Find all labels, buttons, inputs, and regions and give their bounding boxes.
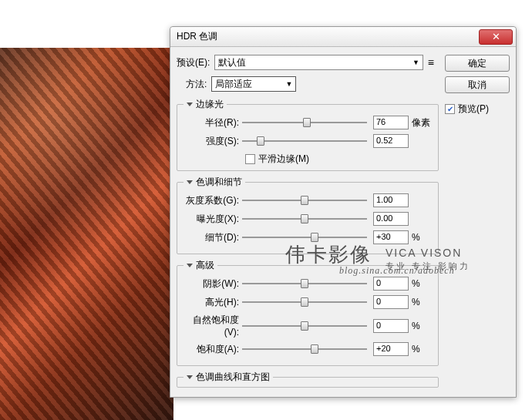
tone-detail-legend: 色调和细节 xyxy=(184,176,245,189)
cancel-button[interactable]: 取消 xyxy=(445,76,510,93)
exposure-slider[interactable] xyxy=(242,212,367,226)
saturation-input[interactable]: +20 xyxy=(373,342,409,356)
vibrance-label: 自然饱和度(V): xyxy=(184,314,242,338)
highlight-unit: % xyxy=(409,297,432,307)
highlight-slider[interactable] xyxy=(242,295,367,309)
gamma-label: 灰度系数(G): xyxy=(184,194,242,207)
detail-unit: % xyxy=(409,232,432,243)
shadow-label: 阴影(W): xyxy=(184,277,242,291)
smooth-edges-checkbox[interactable] xyxy=(245,154,255,164)
close-button[interactable]: ✕ xyxy=(479,29,513,45)
twisty-icon[interactable] xyxy=(187,375,193,379)
shadow-input[interactable]: 0 xyxy=(373,277,409,291)
edge-glow-group: 边缘光 半径(R): 76 像素 强度(S): 0.52 平滑边缘(M) xyxy=(177,98,439,171)
vibrance-slider[interactable] xyxy=(242,319,367,333)
shadow-slider[interactable] xyxy=(242,277,367,291)
edge-glow-legend: 边缘光 xyxy=(184,98,227,111)
close-icon: ✕ xyxy=(492,31,500,42)
detail-slider[interactable] xyxy=(242,230,367,244)
strength-label: 强度(S): xyxy=(184,135,242,148)
titlebar[interactable]: HDR 色调 ✕ xyxy=(170,27,516,47)
chevron-down-icon: ▼ xyxy=(285,80,292,88)
twisty-icon[interactable] xyxy=(187,102,193,106)
preset-menu-icon[interactable]: ≡ xyxy=(423,56,439,69)
method-dropdown[interactable]: 局部适应 ▼ xyxy=(211,76,296,92)
twisty-icon[interactable] xyxy=(187,264,193,267)
exposure-label: 曝光度(X): xyxy=(184,213,242,226)
advanced-group: 高级 阴影(W): 0 % 高光(H): 0 % 自然饱和度(V): 0 xyxy=(177,259,439,366)
background-photo xyxy=(0,48,173,420)
ok-button[interactable]: 确定 xyxy=(445,55,510,72)
gamma-input[interactable]: 1.00 xyxy=(373,193,409,207)
hdr-toning-dialog: HDR 色调 ✕ 预设(E): 默认值 ▼ ≡ 方法: 局部适应 ▼ xyxy=(170,26,517,398)
twisty-icon[interactable] xyxy=(187,180,193,184)
preset-label: 预设(E): xyxy=(177,56,214,69)
chevron-down-icon: ▼ xyxy=(412,59,419,66)
method-value: 局部适应 xyxy=(215,78,252,91)
advanced-legend: 高级 xyxy=(184,259,217,272)
vibrance-input[interactable]: 0 xyxy=(373,319,409,333)
highlight-input[interactable]: 0 xyxy=(373,295,409,309)
preset-value: 默认值 xyxy=(218,56,246,69)
saturation-slider[interactable] xyxy=(242,342,367,356)
vibrance-unit: % xyxy=(409,321,432,331)
saturation-unit: % xyxy=(409,344,432,354)
highlight-label: 高光(H): xyxy=(184,296,242,309)
smooth-edges-label: 平滑边缘(M) xyxy=(258,153,309,166)
curve-legend: 色调曲线和直方图 xyxy=(184,371,273,384)
gamma-slider[interactable] xyxy=(242,193,367,207)
strength-input[interactable]: 0.52 xyxy=(373,134,409,148)
detail-label: 细节(D): xyxy=(184,231,242,244)
method-label: 方法: xyxy=(186,78,207,91)
radius-slider[interactable] xyxy=(242,116,367,129)
radius-input[interactable]: 76 xyxy=(373,116,409,129)
preview-label: 预览(P) xyxy=(458,102,489,116)
preset-dropdown[interactable]: 默认值 ▼ xyxy=(214,55,423,70)
curve-group: 色调曲线和直方图 xyxy=(177,371,439,388)
radius-unit: 像素 xyxy=(409,116,432,129)
dialog-title: HDR 色调 xyxy=(177,30,217,43)
saturation-label: 饱和度(A): xyxy=(184,343,242,356)
preview-checkbox[interactable]: ✔ xyxy=(445,104,455,114)
tone-detail-group: 色调和细节 灰度系数(G): 1.00 曝光度(X): 0.00 细节(D): xyxy=(177,176,439,254)
radius-label: 半径(R): xyxy=(184,116,242,129)
detail-input[interactable]: +30 xyxy=(373,230,409,244)
strength-slider[interactable] xyxy=(242,134,367,148)
exposure-input[interactable]: 0.00 xyxy=(373,212,409,226)
shadow-unit: % xyxy=(409,278,432,289)
